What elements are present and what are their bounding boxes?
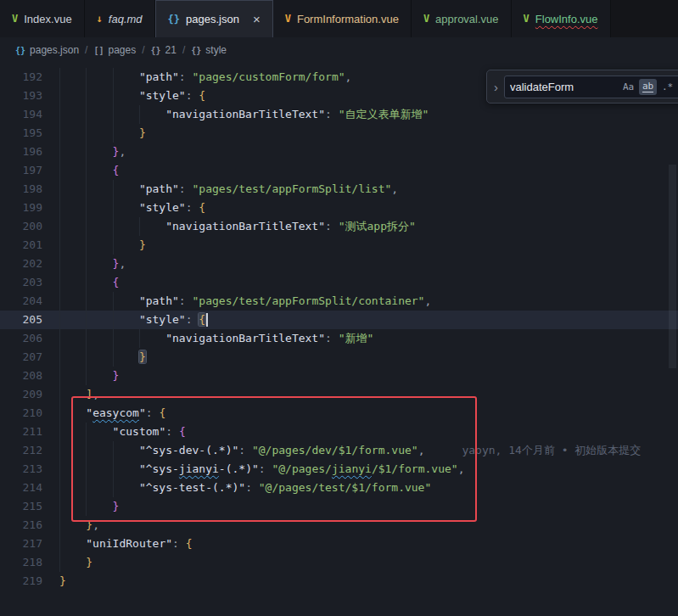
token-key: " bbox=[139, 406, 146, 419]
line-number[interactable]: 200 bbox=[0, 217, 42, 236]
line-number[interactable]: 209 bbox=[0, 385, 42, 404]
indent-guide bbox=[59, 385, 86, 404]
line-content[interactable]: "navigationBarTitleText": "测试app拆分" bbox=[59, 217, 678, 236]
line-content[interactable]: }, bbox=[59, 255, 678, 273]
line-number[interactable]: 203 bbox=[0, 273, 42, 292]
line-content[interactable]: } bbox=[59, 367, 678, 385]
token-string-spellcheck: jianyi bbox=[332, 462, 372, 475]
line-number[interactable]: 211 bbox=[0, 423, 42, 441]
indent-guide bbox=[59, 535, 86, 553]
token-punctuation: : bbox=[179, 294, 193, 307]
line-number[interactable]: 212 bbox=[0, 441, 42, 460]
code-line-198: 198"path": "pages/test/appFormSplit/list… bbox=[0, 180, 678, 199]
line-content[interactable]: "easycom": { bbox=[59, 404, 678, 423]
line-content[interactable]: } bbox=[59, 572, 678, 591]
regex-glyph: .* bbox=[662, 81, 673, 92]
tab-approval-vue[interactable]: Vapproval.vue bbox=[412, 0, 512, 37]
tab-index-vue[interactable]: VIndex.vue bbox=[0, 0, 85, 37]
line-number[interactable]: 218 bbox=[0, 553, 42, 572]
token-bracket: } bbox=[86, 518, 92, 531]
token-punctuation: : bbox=[186, 89, 199, 102]
breadcrumb-item-pages-json[interactable]: {}pages.json bbox=[15, 44, 79, 56]
line-content[interactable]: } bbox=[59, 497, 678, 516]
line-content[interactable]: "uniIdRouter": { bbox=[59, 535, 678, 553]
line-content[interactable]: } bbox=[59, 236, 678, 255]
line-number[interactable]: 199 bbox=[0, 199, 42, 217]
line-number[interactable]: 195 bbox=[0, 124, 42, 143]
match-case-toggle[interactable]: Aa bbox=[619, 79, 637, 95]
line-number[interactable]: 213 bbox=[0, 460, 42, 479]
line-content[interactable]: } bbox=[59, 553, 678, 572]
whole-word-toggle[interactable]: ab bbox=[639, 79, 657, 95]
line-content[interactable]: "navigationBarTitleText": "新增" bbox=[59, 329, 678, 348]
line-number[interactable]: 198 bbox=[0, 180, 42, 199]
line-number[interactable]: 216 bbox=[0, 516, 42, 535]
line-content[interactable]: }, bbox=[59, 143, 678, 161]
tab-flowinfo-vue[interactable]: VFlowInfo.vue bbox=[512, 0, 611, 37]
line-content[interactable]: { bbox=[59, 161, 678, 180]
indent-guide bbox=[139, 105, 165, 124]
line-content[interactable]: "style": { bbox=[59, 311, 678, 329]
line-number[interactable]: 194 bbox=[0, 105, 42, 124]
line-content[interactable]: "path": "pages/test/appFormSplit/contain… bbox=[59, 292, 678, 311]
indent-guide bbox=[139, 217, 165, 236]
code-line-217: 217"uniIdRouter": { bbox=[0, 535, 678, 553]
editor-tab-bar: VIndex.vue↓faq.md{}pages.json×VFormInfor… bbox=[0, 0, 678, 37]
line-number[interactable]: 210 bbox=[0, 404, 42, 423]
line-number[interactable]: 206 bbox=[0, 329, 42, 348]
code-line-214: 214"^sys-test-(.*)": "@/pages/test/$1/fo… bbox=[0, 479, 678, 497]
line-number[interactable]: 205 bbox=[0, 311, 42, 329]
line-number[interactable]: 193 bbox=[0, 87, 42, 105]
tab-label: Index.vue bbox=[24, 13, 71, 25]
breadcrumb-item-style[interactable]: {}style bbox=[191, 44, 227, 56]
line-content[interactable]: "^sys-test-(.*)": "@/pages/test/$1/form.… bbox=[59, 479, 678, 497]
line-number[interactable]: 208 bbox=[0, 367, 42, 385]
vertical-scrollbar-thumb[interactable] bbox=[669, 165, 676, 368]
token-string: "pages/test/appFormSplit/container" bbox=[193, 294, 425, 307]
regex-toggle[interactable]: .* bbox=[658, 79, 676, 95]
line-number[interactable]: 197 bbox=[0, 161, 42, 180]
toggle-replace-chevron-icon[interactable]: › bbox=[494, 80, 498, 94]
line-number[interactable]: 207 bbox=[0, 348, 42, 367]
token-punctuation: : bbox=[325, 332, 339, 344]
breadcrumb-item-21[interactable]: {}21 bbox=[151, 44, 177, 56]
breadcrumb-item-pages[interactable]: []pages bbox=[93, 44, 136, 56]
line-content[interactable]: "custom": { bbox=[59, 423, 678, 441]
find-widget: › Aaab.* bbox=[486, 70, 678, 104]
line-content[interactable]: "^sys-jianyi-(.*)": "@/pages/jianyi/$1/f… bbox=[59, 460, 678, 479]
line-number[interactable]: 201 bbox=[0, 236, 42, 255]
indent-guide bbox=[86, 180, 112, 199]
token-string: "pages/customForm/form" bbox=[193, 70, 345, 83]
line-content[interactable]: "style": { bbox=[59, 199, 678, 217]
line-content[interactable]: } bbox=[59, 348, 678, 367]
line-number[interactable]: 196 bbox=[0, 143, 42, 161]
line-content[interactable]: "navigationBarTitleText": "自定义表单新增" bbox=[59, 105, 678, 124]
tab-faq-md[interactable]: ↓faq.md bbox=[85, 0, 155, 37]
indent-guide bbox=[59, 329, 86, 348]
line-number[interactable]: 202 bbox=[0, 255, 42, 273]
token-punctuation: : bbox=[325, 220, 339, 232]
line-content[interactable]: }, bbox=[59, 516, 678, 535]
tab-pages-json[interactable]: {}pages.json× bbox=[155, 0, 273, 37]
line-content[interactable]: "path": "pages/test/appFormSplit/list", bbox=[59, 180, 678, 199]
line-content[interactable]: } bbox=[59, 124, 678, 143]
line-number[interactable]: 215 bbox=[0, 497, 42, 516]
line-content[interactable]: ], bbox=[59, 385, 678, 404]
line-number[interactable]: 192 bbox=[0, 68, 42, 87]
line-number[interactable]: 204 bbox=[0, 292, 42, 311]
line-content[interactable]: { bbox=[59, 273, 678, 292]
tab-forminformation-vue[interactable]: VFormInformation.vue bbox=[273, 0, 412, 37]
token-punctuation: : bbox=[245, 481, 259, 494]
tab-label: FlowInfo.vue bbox=[535, 13, 598, 25]
close-icon[interactable]: × bbox=[253, 13, 261, 25]
indent-guide bbox=[113, 311, 139, 329]
line-number[interactable]: 214 bbox=[0, 479, 42, 497]
find-input[interactable] bbox=[510, 81, 618, 93]
brackets-icon: [] bbox=[93, 46, 104, 55]
line-number[interactable]: 217 bbox=[0, 535, 42, 553]
editor-pane[interactable]: 192"path": "pages/customForm/form",193"s… bbox=[0, 63, 678, 616]
line-content[interactable]: "^sys-dev-(.*)": "@/pages/dev/$1/form.vu… bbox=[59, 441, 678, 460]
token-bracket: } bbox=[139, 238, 146, 251]
breadcrumb-separator: / bbox=[85, 44, 87, 56]
line-number[interactable]: 219 bbox=[0, 572, 42, 591]
